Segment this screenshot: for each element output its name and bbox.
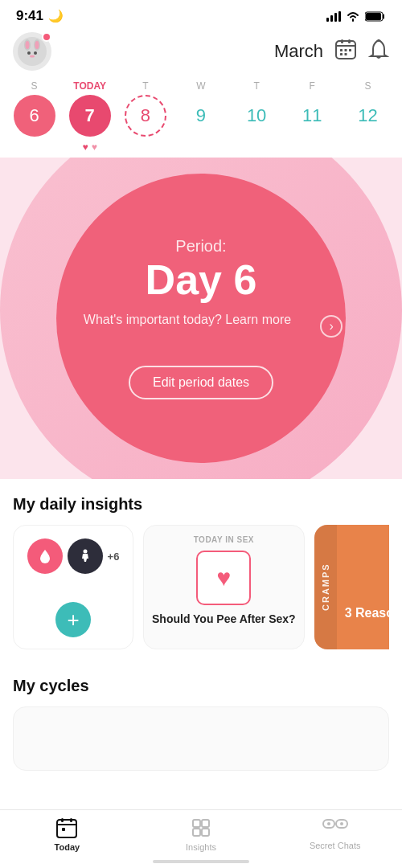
- moon-icon: 🌙: [48, 9, 64, 23]
- learn-more-button[interactable]: ›: [320, 315, 343, 338]
- insights-cards-row: +6 + TODAY IN SEX ♥ Should You Pee After…: [13, 525, 389, 653]
- calendar-week-strip: S TODAY T W T F S 6 7 8 9 10 11 12 ♥ ♥: [0, 77, 402, 158]
- day-9[interactable]: 9: [180, 95, 222, 137]
- insights-title: My daily insights: [13, 495, 389, 514]
- svg-point-11: [27, 51, 31, 55]
- home-indicator: [153, 860, 249, 863]
- app-header: March: [0, 29, 402, 77]
- svg-rect-1: [330, 15, 333, 22]
- nav-secret-chats[interactable]: Secret Chats: [268, 818, 402, 850]
- avatar-image: [18, 37, 47, 66]
- cycles-title: My cycles: [13, 677, 389, 695]
- heart-filled-icon: ♥: [83, 141, 88, 153]
- cramps-card-title: 3 Reasons for Cramps: [345, 605, 389, 621]
- heart-icon: ♥: [216, 564, 231, 592]
- edit-period-dates-button[interactable]: Edit period dates: [129, 366, 273, 399]
- svg-point-10: [35, 41, 39, 49]
- cramps-card[interactable]: CRAMPS 3 Reasons for Cramps: [314, 525, 389, 649]
- blood-drop-icon: [27, 538, 63, 574]
- today-nav-icon: [55, 817, 78, 839]
- nav-today-label: Today: [55, 842, 80, 852]
- cycles-card: [13, 706, 389, 771]
- main-circle-section: Period: Day 6 What's important today? Le…: [0, 158, 402, 479]
- month-label: March: [274, 41, 323, 62]
- svg-rect-5: [366, 13, 381, 20]
- svg-rect-0: [326, 18, 329, 22]
- secret-chats-nav-icon: [322, 818, 349, 837]
- day-label-today: TODAY: [69, 80, 111, 92]
- day-label-sun: S: [14, 80, 55, 92]
- day-11[interactable]: 11: [291, 95, 333, 137]
- svg-point-13: [30, 55, 35, 58]
- cramps-side-label: CRAMPS: [314, 525, 337, 649]
- sex-icon-wrap: ♥: [196, 551, 251, 605]
- svg-rect-25: [57, 820, 76, 837]
- heart-filled-icon-2: ♥: [92, 141, 97, 153]
- svg-rect-30: [202, 820, 209, 827]
- status-time: 9:41: [16, 8, 43, 24]
- svg-point-22: [378, 39, 380, 42]
- day-7-today[interactable]: 7: [69, 95, 111, 137]
- log-icon-row: +6: [27, 538, 120, 574]
- insights-nav-icon: [190, 817, 212, 839]
- day-10[interactable]: 10: [236, 95, 277, 137]
- avatar[interactable]: [13, 32, 51, 71]
- cycles-section: My cycles: [0, 661, 402, 779]
- today-in-sex-label: TODAY IN SEX: [194, 535, 254, 544]
- svg-rect-18: [345, 49, 347, 51]
- avatar-notification-dot: [42, 32, 51, 42]
- svg-rect-2: [334, 13, 337, 22]
- svg-rect-15: [341, 39, 343, 43]
- circle-subtext: What's important today? Learn more: [59, 311, 315, 329]
- svg-rect-20: [340, 53, 343, 55]
- svg-rect-19: [349, 49, 351, 51]
- add-log-button[interactable]: +: [55, 602, 91, 637]
- signal-icon: [326, 11, 341, 22]
- log-icons-card[interactable]: +6 +: [13, 525, 133, 649]
- svg-rect-29: [193, 820, 200, 827]
- bell-icon[interactable]: [368, 39, 389, 64]
- svg-point-35: [327, 822, 330, 825]
- nav-today[interactable]: Today: [0, 817, 134, 852]
- nav-insights[interactable]: Insights: [134, 817, 269, 852]
- sex-info-card[interactable]: TODAY IN SEX ♥ Should You Pee After Sex?: [143, 525, 305, 649]
- day-12[interactable]: 12: [347, 95, 388, 137]
- svg-rect-16: [348, 39, 351, 43]
- svg-rect-27: [70, 818, 72, 822]
- day-label-wed: W: [180, 80, 222, 92]
- day-label-sat: S: [347, 80, 388, 92]
- svg-point-36: [340, 822, 343, 825]
- status-bar: 9:41 🌙: [0, 0, 402, 29]
- period-label: Period:: [175, 237, 226, 256]
- day-label-thu: T: [236, 80, 277, 92]
- svg-point-12: [34, 51, 37, 55]
- svg-point-6: [18, 37, 47, 66]
- day-numbers-row: 6 7 8 9 10 11 12: [6, 95, 396, 141]
- day-6[interactable]: 6: [14, 95, 55, 137]
- day-label-tue: T: [125, 80, 166, 92]
- period-circle: Period: Day 6 What's important today? Le…: [56, 174, 346, 463]
- svg-point-23: [83, 550, 87, 554]
- nav-insights-label: Insights: [186, 842, 216, 852]
- svg-rect-21: [345, 53, 347, 55]
- svg-rect-32: [202, 829, 209, 836]
- cramps-body-icon: [68, 538, 103, 574]
- calendar-icon[interactable]: [334, 38, 357, 65]
- sex-card-title: Should You Pee After Sex?: [152, 612, 296, 626]
- day-8[interactable]: 8: [125, 95, 166, 137]
- header-controls: March: [274, 38, 389, 65]
- battery-icon: [365, 11, 386, 22]
- svg-rect-26: [61, 818, 64, 822]
- status-icons: [326, 10, 386, 22]
- cramps-content: 3 Reasons for Cramps: [337, 525, 389, 649]
- day-labels-row: S TODAY T W T F S: [6, 80, 396, 92]
- nav-secret-chats-label: Secret Chats: [310, 841, 361, 850]
- svg-rect-31: [193, 829, 200, 836]
- svg-rect-3: [338, 11, 341, 22]
- svg-point-9: [26, 41, 30, 49]
- more-count-badge: +6: [108, 551, 120, 563]
- svg-rect-17: [340, 49, 343, 51]
- svg-rect-28: [62, 828, 65, 831]
- insights-section: My daily insights +6 +: [0, 479, 402, 661]
- wifi-icon: [346, 10, 360, 22]
